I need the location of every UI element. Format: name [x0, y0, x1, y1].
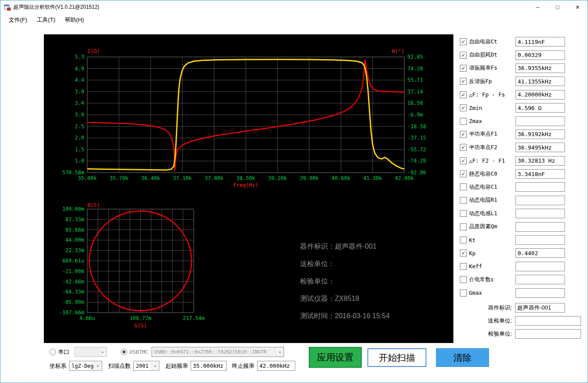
- serial-radio[interactable]: [50, 349, 56, 355]
- checked-checkbox[interactable]: ✓: [460, 65, 467, 72]
- left-axis-title: Z(Ω): [87, 48, 100, 54]
- y-right-tick-label: -6.9m: [407, 112, 423, 118]
- coord-system-combo[interactable]: lgZ-Deg ▾: [69, 361, 102, 371]
- result-value-input[interactable]: [515, 103, 565, 113]
- checked-checkbox[interactable]: ✓: [460, 157, 467, 164]
- result-label: 动态电感L1: [469, 210, 515, 217]
- maximize-button[interactable]: □: [548, 0, 568, 14]
- result-row: ✓自由电容Ct: [460, 35, 565, 48]
- y-left-tick-label: 3.0: [75, 112, 84, 118]
- unchecked-checkbox[interactable]: [460, 197, 467, 204]
- identity-value-input[interactable]: [515, 316, 581, 326]
- menu-tools[interactable]: 工具(T): [32, 14, 60, 26]
- checked-checkbox[interactable]: ✓: [460, 38, 467, 45]
- y-tick-label: 44.00m: [66, 237, 84, 243]
- y-right-tick-label: 74.28: [407, 66, 423, 72]
- connection-row: 串口 ▾ USBTMC USB0::0x0471::0x2786::T02021…: [50, 347, 284, 357]
- unchecked-checkbox[interactable]: [460, 210, 467, 217]
- unchecked-checkbox[interactable]: [460, 236, 467, 243]
- usbtmc-label: USBTMC: [129, 349, 148, 355]
- app-window: 超声阻抗分析软件(V1.0.21@201512) – □ × 文件(F) 工具(…: [0, 0, 588, 383]
- result-row: Gmax: [460, 286, 565, 299]
- y-tick-label: 669.61u: [62, 258, 84, 264]
- start-frequency-label: 起始频率: [165, 362, 188, 370]
- checked-checkbox[interactable]: ✓: [460, 170, 467, 177]
- coord-system-value: lgZ-Deg: [72, 363, 94, 369]
- x-tick-label: 36.40k: [141, 175, 160, 181]
- x-tick-label: 35.70k: [109, 175, 129, 181]
- result-value-input[interactable]: [515, 222, 565, 232]
- identity-label: 器件标识:: [460, 304, 512, 312]
- result-value-input[interactable]: [515, 182, 565, 192]
- result-value-input[interactable]: [515, 209, 565, 218]
- checked-checkbox[interactable]: ✓: [460, 104, 467, 111]
- checked-checkbox[interactable]: ✓: [460, 78, 467, 85]
- result-label: Gmax: [469, 290, 515, 296]
- result-value-input[interactable]: [515, 196, 565, 205]
- unchecked-checkbox[interactable]: [460, 183, 467, 190]
- unchecked-checkbox[interactable]: [460, 276, 467, 283]
- unchecked-checkbox[interactable]: [460, 118, 467, 125]
- unchecked-checkbox[interactable]: [460, 290, 467, 296]
- x-tick-label: 39.20k: [268, 175, 287, 181]
- checked-checkbox[interactable]: ✓: [460, 144, 467, 151]
- close-button[interactable]: ×: [568, 0, 588, 14]
- result-value-input[interactable]: [515, 117, 565, 126]
- result-value-input[interactable]: [515, 262, 565, 271]
- result-label: 静态电容C0: [469, 170, 515, 178]
- result-value-input[interactable]: [515, 248, 565, 258]
- result-label: 动态电容C1: [469, 183, 515, 191]
- y-tick-label: 22.33m: [66, 247, 84, 253]
- identity-value-input[interactable]: [515, 303, 565, 313]
- result-value-input[interactable]: [515, 50, 565, 60]
- clear-button[interactable]: 清除: [436, 348, 489, 367]
- y-right-tick-label: -18.58: [407, 123, 426, 130]
- info-device-id: 器件标识：超声器件-001: [300, 238, 390, 255]
- result-value-input[interactable]: [515, 130, 565, 139]
- result-value-input[interactable]: [515, 275, 565, 284]
- y-right-tick-label: 92.85: [407, 54, 423, 60]
- result-row: ✓半功率点F2: [460, 141, 565, 154]
- checked-checkbox[interactable]: ✓: [460, 91, 467, 98]
- result-label: 反谐振Fp: [469, 78, 515, 85]
- stop-frequency-input[interactable]: [257, 361, 295, 371]
- checked-checkbox[interactable]: ✓: [460, 250, 467, 256]
- unchecked-checkbox[interactable]: [460, 223, 467, 230]
- result-row: ✓反谐振Fp: [460, 75, 565, 88]
- minimize-button[interactable]: –: [528, 0, 548, 14]
- result-value-input[interactable]: [515, 235, 565, 245]
- y-tick-label: -64.33m: [62, 289, 84, 295]
- result-label: △F: Fp - Fs: [469, 91, 515, 98]
- result-value-input[interactable]: [515, 90, 565, 100]
- result-value-input[interactable]: [515, 63, 565, 73]
- result-row: ✓半功率点F1: [460, 128, 565, 141]
- result-value-input[interactable]: [515, 156, 565, 166]
- y-left-tick-label: 2.0: [75, 135, 84, 141]
- checked-checkbox[interactable]: ✓: [460, 131, 467, 138]
- result-label: Zmax: [469, 118, 515, 124]
- y-right-tick-label: 18.56: [407, 100, 423, 106]
- result-value-input[interactable]: [515, 169, 565, 179]
- x-tick-label: 41.30k: [363, 175, 382, 181]
- apply-settings-button[interactable]: 应用设置: [309, 347, 362, 368]
- result-value-input[interactable]: [515, 77, 565, 86]
- result-row: 动态电阻R1: [460, 194, 565, 207]
- serial-port-combo[interactable]: ▾: [75, 347, 107, 357]
- usbtmc-address-combo[interactable]: USB0::0x0471::0x2786::T020215010::INSTR …: [152, 347, 284, 357]
- menu-file[interactable]: 文件(F): [4, 14, 32, 26]
- checked-checkbox[interactable]: ✓: [460, 52, 467, 59]
- y-left-tick-label: 3.4: [75, 100, 84, 106]
- menu-help[interactable]: 帮助(H): [60, 14, 89, 26]
- identity-label: 送检单位:: [460, 317, 512, 325]
- result-value-input[interactable]: [515, 288, 565, 298]
- scan-points-combo[interactable]: 2001 ▾: [133, 361, 159, 371]
- result-value-input[interactable]: [515, 143, 565, 152]
- unchecked-checkbox[interactable]: [460, 263, 467, 270]
- right-axis-title: θ(°): [392, 48, 404, 54]
- result-row: 动态电感L1: [460, 207, 565, 220]
- usbtmc-radio[interactable]: [121, 349, 127, 355]
- start-scan-button[interactable]: 开始扫描: [367, 348, 426, 367]
- result-value-input[interactable]: [515, 37, 565, 47]
- start-frequency-input[interactable]: [191, 361, 227, 371]
- identity-value-input[interactable]: [515, 329, 581, 339]
